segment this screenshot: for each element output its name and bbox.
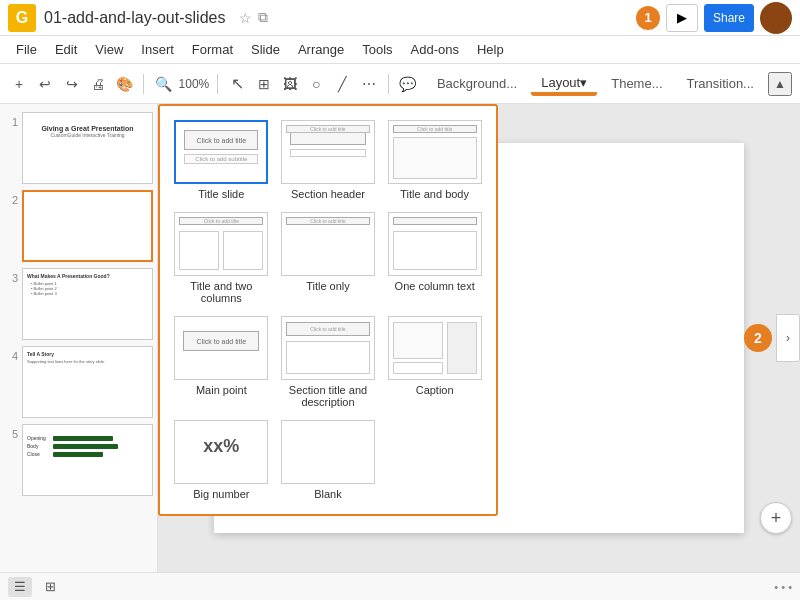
layout-thumb-caption xyxy=(388,316,482,380)
s5-bar-1 xyxy=(53,436,113,441)
layout-thumb-two-columns: Click to add title xyxy=(174,212,268,276)
slide-preview-2[interactable] xyxy=(22,190,153,262)
slide-num-4: 4 xyxy=(4,346,18,362)
background-btn[interactable]: Background... xyxy=(427,72,527,95)
menu-insert[interactable]: Insert xyxy=(133,39,182,60)
menu-arrange[interactable]: Arrange xyxy=(290,39,352,60)
redo-btn[interactable]: ↪ xyxy=(61,70,83,98)
slide-preview-4[interactable]: Tell A Story Supporting text lines here … xyxy=(22,346,153,418)
menu-bar: File Edit View Insert Format Slide Arran… xyxy=(0,36,800,64)
layout-item-two-columns[interactable]: Click to add title Title and two columns xyxy=(172,210,271,306)
bottom-bar: ☰ ⊞ • • • xyxy=(0,572,800,600)
main-area: 1 Giving a Great Presentation CustomGuid… xyxy=(0,104,800,572)
app-icon: G xyxy=(8,4,36,32)
layout-item-title-body[interactable]: Click to add title Title and body xyxy=(385,118,484,202)
s5-l3: Close xyxy=(27,451,51,457)
transition-btn[interactable]: Transition... xyxy=(677,72,764,95)
s4-title: Tell A Story xyxy=(27,351,148,357)
textbox-btn[interactable]: ⊞ xyxy=(252,70,274,98)
expand-panel-btn[interactable]: › xyxy=(776,314,800,362)
layout-thumb-title-only: Click to add title xyxy=(281,212,375,276)
slide-thumb-4[interactable]: 4 Tell A Story Supporting text lines her… xyxy=(4,346,153,418)
layout-label-section-header: Section header xyxy=(291,188,365,200)
share-button[interactable]: Share xyxy=(704,4,754,32)
layout-grid: Click to add title Click to add subtitle… xyxy=(172,118,484,502)
menu-file[interactable]: File xyxy=(8,39,45,60)
layout-thumb-title-body: Click to add title xyxy=(388,120,482,184)
layout-item-main-point[interactable]: Click to add title Main point xyxy=(172,314,271,410)
add-slide-toolbar-btn[interactable]: + xyxy=(8,70,30,98)
zoom-val[interactable]: 100% xyxy=(179,70,210,98)
layout-item-blank[interactable]: Blank xyxy=(279,418,378,502)
star-icon[interactable]: ☆ xyxy=(239,10,252,26)
layout-item-one-column[interactable]: One column text xyxy=(385,210,484,306)
print-btn[interactable]: 🖨 xyxy=(87,70,109,98)
doc-title: 01-add-and-lay-out-slides xyxy=(44,9,225,27)
s5-l1: Opening xyxy=(27,435,51,441)
slide-thumb-1[interactable]: 1 Giving a Great Presentation CustomGuid… xyxy=(4,112,153,184)
slide-thumb-5[interactable]: 5 Opening Body Close xyxy=(4,424,153,496)
layout-label-big-number: Big number xyxy=(193,488,249,500)
slide-preview-5[interactable]: Opening Body Close xyxy=(22,424,153,496)
slide-preview-1[interactable]: Giving a Great Presentation CustomGuide … xyxy=(22,112,153,184)
slide-preview-3[interactable]: What Makes A Presentation Good? • Bullet… xyxy=(22,268,153,340)
s5-bar-3 xyxy=(53,452,103,457)
layout-label-one-column: One column text xyxy=(395,280,475,292)
folder-icon[interactable]: ⧉ xyxy=(258,9,268,26)
layout-thumb-one-column xyxy=(388,212,482,276)
menu-help[interactable]: Help xyxy=(469,39,512,60)
menu-edit[interactable]: Edit xyxy=(47,39,85,60)
layout-btn[interactable]: Layout▾ xyxy=(531,71,597,96)
badge-1: 1 xyxy=(636,6,660,30)
menu-view[interactable]: View xyxy=(87,39,131,60)
comment-btn[interactable]: 💬 xyxy=(397,70,419,98)
editor-area: Cd title sotitle Click to add title Clic… xyxy=(158,104,800,572)
layout-thumb-blank xyxy=(281,420,375,484)
s5-bar-2 xyxy=(53,444,118,449)
layout-label-title-slide: Title slide xyxy=(198,188,244,200)
layout-thumb-big-number: xx% xyxy=(174,420,268,484)
menu-format[interactable]: Format xyxy=(184,39,241,60)
list-view-btn[interactable]: ☰ xyxy=(8,577,32,597)
slide-num-1: 1 xyxy=(4,112,18,128)
add-slide-float-btn[interactable]: + xyxy=(760,502,792,534)
layout-item-caption[interactable]: Caption xyxy=(385,314,484,410)
layout-item-title-only[interactable]: Click to add title Title only xyxy=(279,210,378,306)
layout-item-section-header[interactable]: Click to add title Section header xyxy=(279,118,378,202)
layout-item-big-number[interactable]: xx% Big number xyxy=(172,418,271,502)
layout-item-title-slide[interactable]: Click to add title Click to add subtitle… xyxy=(172,118,271,202)
layout-dropdown: Click to add title Click to add subtitle… xyxy=(158,104,498,516)
title-bar: G 01-add-and-lay-out-slides ☆ ⧉ 1 ▶ Shar… xyxy=(0,0,800,36)
slide-panel: 1 Giving a Great Presentation CustomGuid… xyxy=(0,104,158,572)
image-btn[interactable]: 🖼 xyxy=(279,70,301,98)
header-right: 1 ▶ Share xyxy=(636,2,792,34)
line-btn[interactable]: ╱ xyxy=(331,70,353,98)
slide-num-5: 5 xyxy=(4,424,18,440)
title-icons: ☆ ⧉ xyxy=(239,9,268,26)
undo-btn[interactable]: ↩ xyxy=(34,70,56,98)
menu-slide[interactable]: Slide xyxy=(243,39,288,60)
menu-tools[interactable]: Tools xyxy=(354,39,400,60)
shape-btn[interactable]: ○ xyxy=(305,70,327,98)
slide-thumb-2[interactable]: 2 xyxy=(4,190,153,262)
layout-label-blank: Blank xyxy=(314,488,342,500)
layout-item-sec-title-desc[interactable]: Click to add title Section title anddesc… xyxy=(279,314,378,410)
s1-title: Giving a Great Presentation xyxy=(27,125,148,132)
extras-btn[interactable]: ⋯ xyxy=(358,70,380,98)
slide-num-3: 3 xyxy=(4,268,18,284)
collapse-toolbar-btn[interactable]: ▲ xyxy=(768,72,792,96)
s1-subtitle: CustomGuide Interactive Training xyxy=(27,132,148,138)
menu-addons[interactable]: Add-ons xyxy=(403,39,467,60)
avatar[interactable] xyxy=(760,2,792,34)
cursor-btn[interactable]: ↖ xyxy=(226,70,248,98)
slide-thumb-3[interactable]: 3 What Makes A Presentation Good? • Bull… xyxy=(4,268,153,340)
layout-label-title-only: Title only xyxy=(306,280,350,292)
layout-label-sec-title-desc: Section title anddescription xyxy=(289,384,367,408)
grid-view-btn[interactable]: ⊞ xyxy=(38,577,62,597)
zoom-btn[interactable]: 🔍 xyxy=(152,70,174,98)
theme-btn[interactable]: Theme... xyxy=(601,72,672,95)
paint-format-btn[interactable]: 🎨 xyxy=(113,70,135,98)
layout-thumb-title-slide: Click to add title Click to add subtitle xyxy=(174,120,268,184)
present-button[interactable]: ▶ xyxy=(666,4,698,32)
layout-thumb-section-header: Click to add title xyxy=(281,120,375,184)
